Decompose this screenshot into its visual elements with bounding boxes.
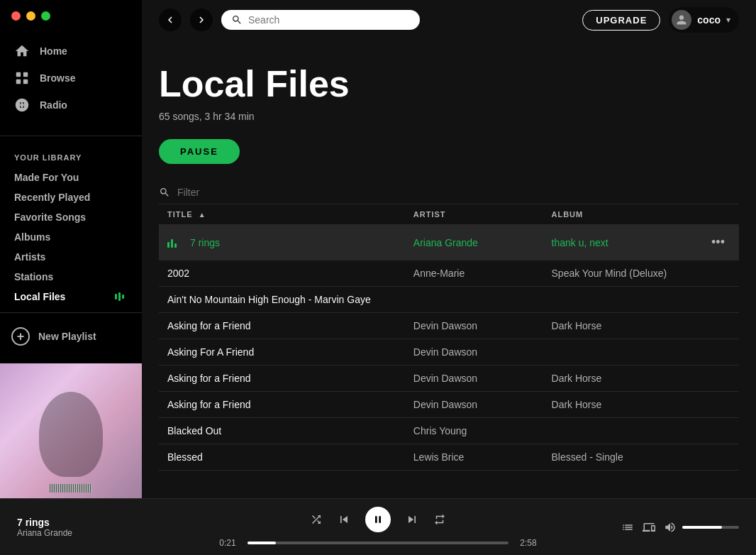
pause-button[interactable]: PAUSE	[159, 139, 240, 164]
track-album	[543, 418, 698, 444]
track-artist: Lewis Brice	[405, 444, 543, 471]
sidebar-item-browse[interactable]: Browse	[6, 65, 136, 92]
sidebar-item-local-files[interactable]: Local Files	[0, 287, 142, 307]
browse-icon	[14, 70, 30, 86]
table-row[interactable]: 2002Anne-MarieSpeak Your Mind (Deluxe)	[159, 260, 739, 287]
sidebar-item-stations[interactable]: Stations	[0, 267, 142, 287]
close-dot[interactable]	[11, 11, 21, 21]
table-row[interactable]: BlessedLewis BriceBlessed - Single	[159, 444, 739, 471]
svg-rect-1	[23, 72, 28, 77]
track-title-cell: 7 rings	[159, 225, 405, 260]
sidebar: Home Browse Radio YO	[0, 0, 142, 498]
track-album: thank u, next	[543, 225, 698, 260]
sidebar-item-favorite-songs[interactable]: Favorite Songs	[0, 207, 142, 227]
new-playlist-button[interactable]: + New Playlist	[0, 322, 142, 351]
search-icon	[231, 14, 243, 26]
sidebar-item-recently-played[interactable]: Recently Played	[0, 187, 142, 207]
current-time: 0:21	[215, 538, 240, 548]
sidebar-item-label: Home	[40, 45, 67, 57]
sidebar-item-albums[interactable]: Albums	[0, 227, 142, 247]
sidebar-navigation: Home Browse Radio	[0, 26, 142, 130]
sidebar-item-artists[interactable]: Artists	[0, 247, 142, 267]
filter-bar	[159, 175, 739, 204]
column-header-album: ALBUM	[543, 204, 698, 225]
sidebar-item-home[interactable]: Home	[6, 38, 136, 65]
progress-bar-container: 0:21 2:58	[215, 538, 541, 548]
avatar	[672, 10, 691, 30]
table-row[interactable]: Blacked OutChris Young	[159, 418, 739, 444]
playlist-meta: 65 songs, 3 hr 34 min	[159, 111, 739, 122]
player-track-info: 7 rings Ariana Grande	[17, 517, 187, 538]
next-icon	[405, 512, 419, 527]
maximize-dot[interactable]	[41, 11, 50, 21]
track-actions-cell	[697, 392, 739, 418]
playlist-title: Local Files	[159, 62, 739, 105]
progress-track[interactable]	[248, 542, 508, 544]
track-title-cell: Ain't No Mountain High Enough - Marvin G…	[159, 287, 405, 313]
table-row[interactable]: Asking for a FriendDevin DawsonDark Hors…	[159, 392, 739, 418]
album-art-image	[0, 363, 142, 498]
track-name: Asking for a Friend	[167, 320, 251, 331]
volume-icon	[664, 521, 677, 534]
repeat-button[interactable]	[433, 513, 446, 526]
queue-button[interactable]	[621, 521, 634, 534]
track-album: Blessed - Single	[543, 444, 698, 471]
album-art-thumbnail	[0, 363, 142, 498]
volume-fill	[682, 526, 722, 529]
track-more-button[interactable]: •••	[706, 232, 730, 253]
track-album: Speak Your Mind (Deluxe)	[543, 260, 698, 287]
player-center: 0:21 2:58	[187, 507, 569, 548]
play-pause-button[interactable]	[365, 507, 391, 532]
library-section-title: YOUR LIBRARY	[0, 142, 142, 167]
sidebar-divider-2	[0, 312, 142, 313]
track-artist: Devin Dawson	[405, 313, 543, 339]
sidebar-divider	[0, 136, 142, 136]
new-playlist-label: New Playlist	[38, 331, 96, 342]
player-track-artist: Ariana Grande	[17, 528, 72, 538]
table-row[interactable]: Ain't No Mountain High Enough - Marvin G…	[159, 287, 739, 313]
next-button[interactable]	[405, 512, 419, 527]
pause-icon	[372, 514, 384, 525]
track-actions-cell	[697, 260, 739, 287]
search-bar[interactable]	[221, 10, 420, 30]
playlist-area: Local Files 65 songs, 3 hr 34 min PAUSE …	[142, 40, 756, 498]
forward-button[interactable]	[190, 9, 213, 31]
volume-button[interactable]	[664, 521, 677, 534]
track-album	[543, 339, 698, 366]
table-row[interactable]: Asking for a FriendDevin DawsonDark Hors…	[159, 366, 739, 392]
sidebar-item-made-for-you[interactable]: Made For You	[0, 167, 142, 187]
minimize-dot[interactable]	[26, 11, 35, 21]
devices-button[interactable]	[643, 521, 655, 534]
back-button[interactable]	[159, 9, 182, 31]
track-actions-cell	[697, 444, 739, 471]
upgrade-button[interactable]: UPGRADE	[582, 10, 660, 31]
user-icon	[676, 14, 687, 26]
album-barcode	[50, 484, 92, 493]
track-title-cell: Blacked Out	[159, 418, 405, 444]
sidebar-item-radio[interactable]: Radio	[6, 92, 136, 119]
filter-input[interactable]	[177, 187, 301, 198]
track-artist: Devin Dawson	[405, 366, 543, 392]
column-header-actions	[697, 204, 739, 225]
radio-icon	[14, 97, 30, 113]
table-row[interactable]: 7 ringsAriana Grandethank u, next•••	[159, 225, 739, 260]
user-menu[interactable]: coco ▾	[669, 7, 739, 33]
volume-control	[664, 521, 739, 534]
track-album	[543, 287, 698, 313]
shuffle-button[interactable]	[310, 513, 323, 526]
repeat-icon	[433, 513, 446, 526]
table-row[interactable]: Asking For A FriendDevin Dawson	[159, 339, 739, 366]
search-input[interactable]	[248, 14, 410, 26]
track-title-cell: Asking for a Friend	[159, 313, 405, 339]
previous-icon	[337, 512, 351, 527]
track-name: Asking for a Friend	[167, 399, 251, 410]
player-right-controls	[569, 521, 739, 534]
column-header-artist: ARTIST	[405, 204, 543, 225]
track-artist: Ariana Grande	[405, 225, 543, 260]
track-artist: Devin Dawson	[405, 339, 543, 366]
table-row[interactable]: Asking for a FriendDevin DawsonDark Hors…	[159, 313, 739, 339]
player-bar: 7 rings Ariana Grande	[0, 498, 756, 555]
track-name: 7 rings	[190, 237, 220, 248]
volume-track[interactable]	[682, 526, 739, 529]
previous-button[interactable]	[337, 512, 351, 527]
